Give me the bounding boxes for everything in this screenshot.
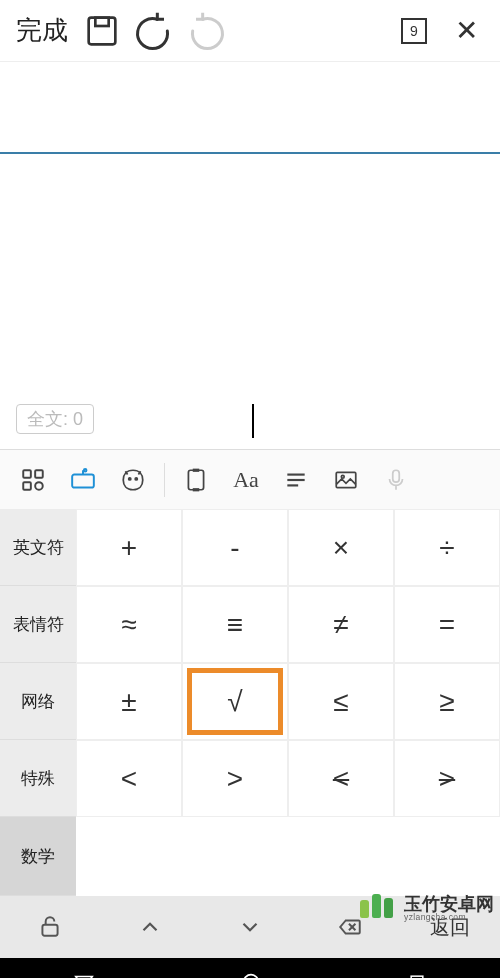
symbol-keyboard: 英文符 表情符 网络 特殊 数学 + - × ÷ ≈ ≡ ≠ = ± √ ≤ ≥… — [0, 509, 500, 896]
image-icon[interactable] — [321, 455, 371, 505]
key-divide[interactable]: ÷ — [394, 509, 500, 586]
word-count-tag: 全文: 0 — [16, 404, 94, 434]
svg-rect-17 — [336, 472, 356, 487]
key-plus-minus[interactable]: ± — [76, 663, 182, 740]
nav-home-icon[interactable] — [240, 971, 262, 978]
fullscreen-icon[interactable] — [171, 455, 221, 505]
svg-rect-6 — [72, 474, 94, 487]
toolbar-divider — [164, 463, 165, 497]
svg-point-9 — [129, 477, 131, 479]
category-english-symbols[interactable]: 英文符 — [0, 509, 76, 586]
redo-icon[interactable] — [186, 11, 226, 51]
chevron-up-icon[interactable] — [100, 914, 200, 940]
mic-icon[interactable] — [371, 455, 421, 505]
category-emoji-symbols[interactable]: 表情符 — [0, 586, 76, 663]
key-gte[interactable]: ≥ — [394, 663, 500, 740]
title-edit-area[interactable] — [0, 62, 500, 154]
close-icon[interactable]: ✕ — [446, 11, 486, 51]
key-not-lt[interactable]: < — [288, 740, 394, 817]
key-lte[interactable]: ≤ — [288, 663, 394, 740]
svg-rect-3 — [35, 470, 43, 478]
svg-rect-1 — [95, 17, 108, 25]
chevron-down-icon[interactable] — [200, 914, 300, 940]
category-special[interactable]: 特殊 — [0, 740, 76, 817]
svg-point-8 — [84, 468, 87, 471]
key-minus[interactable]: - — [182, 509, 288, 586]
lock-icon[interactable] — [0, 914, 100, 940]
svg-rect-11 — [188, 470, 203, 490]
ime-toolbar: Aa — [0, 449, 500, 509]
key-identical[interactable]: ≡ — [182, 586, 288, 663]
category-math[interactable]: 数学 — [0, 817, 76, 896]
document-area[interactable]: 全文: 0 — [0, 154, 500, 449]
key-sqrt[interactable]: √ — [182, 663, 288, 740]
svg-rect-0 — [89, 17, 116, 44]
key-equal[interactable]: = — [394, 586, 500, 663]
ime-bottom-bar: 返回 — [0, 896, 500, 958]
svg-point-10 — [135, 477, 137, 479]
category-list: 英文符 表情符 网络 特殊 数学 — [0, 509, 76, 896]
key-plus[interactable]: + — [76, 509, 182, 586]
align-icon[interactable] — [271, 455, 321, 505]
svg-rect-4 — [23, 482, 31, 490]
svg-point-18 — [341, 475, 344, 478]
save-icon[interactable] — [82, 11, 122, 51]
emoji-icon[interactable] — [108, 455, 158, 505]
done-button[interactable]: 完成 — [8, 13, 76, 48]
return-button[interactable]: 返回 — [400, 914, 500, 941]
key-gt[interactable]: > — [182, 740, 288, 817]
svg-rect-2 — [23, 470, 31, 478]
svg-point-5 — [35, 482, 43, 490]
page-number-value: 9 — [401, 18, 427, 44]
backspace-icon[interactable] — [300, 914, 400, 940]
android-navbar — [0, 958, 500, 978]
nav-recent-icon[interactable] — [407, 972, 427, 978]
undo-icon[interactable] — [134, 11, 174, 51]
page-number-icon[interactable]: 9 — [394, 11, 434, 51]
svg-rect-20 — [42, 925, 57, 936]
key-not-equal[interactable]: ≠ — [288, 586, 394, 663]
text-cursor — [252, 404, 254, 438]
key-multiply[interactable]: × — [288, 509, 394, 586]
top-toolbar: 完成 9 ✕ — [0, 0, 500, 62]
category-network[interactable]: 网络 — [0, 663, 76, 740]
keyboard-icon[interactable] — [58, 455, 108, 505]
key-not-gt[interactable]: > — [394, 740, 500, 817]
key-grid: + - × ÷ ≈ ≡ ≠ = ± √ ≤ ≥ < > < > — [76, 509, 500, 896]
apps-icon[interactable] — [8, 455, 58, 505]
font-icon[interactable]: Aa — [221, 455, 271, 505]
svg-rect-19 — [393, 470, 400, 482]
nav-back-icon[interactable] — [73, 971, 95, 978]
key-approx[interactable]: ≈ — [76, 586, 182, 663]
key-lt[interactable]: < — [76, 740, 182, 817]
